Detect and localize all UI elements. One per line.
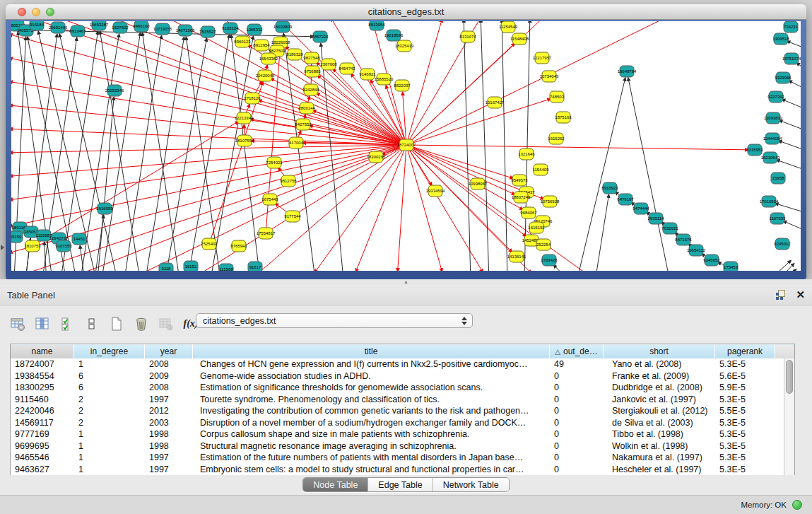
table-cell[interactable]: Investigating the contribution of common… (193, 405, 550, 417)
table-row[interactable]: 911546021997Tourette syndrome. Phenomeno… (11, 394, 794, 406)
table-cell[interactable]: 5.3E-5 (715, 440, 775, 452)
column-header-short[interactable]: short (604, 344, 715, 358)
panel-splitter[interactable]: ▲ (0, 279, 812, 285)
table-cell[interactable]: 1 (74, 452, 145, 464)
table-row[interactable]: 977716911998Corpus callosum shape and si… (11, 428, 794, 440)
column-header-title[interactable]: title (193, 344, 550, 358)
table-row[interactable]: 1830029562008Estimation of significance … (11, 382, 794, 394)
table-selector-dropdown[interactable]: citations_edges.txt (196, 313, 473, 328)
table-cell[interactable]: 9465546 (11, 452, 74, 464)
table-cell[interactable]: 5.3E-5 (715, 452, 775, 464)
table-cell[interactable]: 6 (74, 370, 145, 382)
table-cell[interactable]: Nakamura et al. (1997) (604, 452, 715, 464)
table-cell[interactable]: 5.6E-5 (715, 370, 775, 382)
vertical-scrollbar[interactable] (784, 358, 794, 475)
table-row[interactable]: 969969511998Structural magnetic resonanc… (11, 440, 794, 452)
table-cell[interactable]: 5.3E-5 (715, 464, 775, 476)
close-window-button[interactable] (18, 8, 26, 16)
scrollbar-thumb[interactable] (786, 360, 793, 394)
table-cell[interactable]: Corpus callosum shape and size in male p… (193, 428, 550, 440)
table-settings-icon[interactable] (7, 314, 28, 334)
network-graph[interactable]: 1805124140557249161842069140689134671065… (11, 21, 801, 271)
table-cell[interactable]: Disruption of a novel member of a sodium… (193, 417, 550, 429)
table-cell[interactable]: 5.3E-5 (715, 428, 775, 440)
table-cell[interactable]: 2008 (145, 358, 193, 370)
tab-edge-table[interactable]: Edge Table (367, 478, 432, 491)
float-panel-icon[interactable] (776, 290, 786, 300)
table-cell[interactable]: 1998 (145, 428, 193, 440)
table-cell[interactable]: 2 (74, 405, 145, 417)
tab-network-table[interactable]: Network Table (433, 478, 509, 491)
show-columns-icon[interactable] (32, 314, 53, 334)
table-cell[interactable]: Stergiakouli et al. (2012) (604, 405, 715, 417)
table-row[interactable]: 946554611997Estimation of the future num… (11, 452, 794, 464)
table-row[interactable]: 1938455462009Genome-wide association stu… (11, 370, 794, 382)
table-row[interactable]: 1872400712008Changes of HCN gene express… (11, 358, 794, 370)
table-cell[interactable]: 2012 (145, 405, 193, 417)
table-cell[interactable]: 18724007 (11, 358, 74, 370)
table-cell[interactable]: 6 (74, 382, 145, 394)
table-cell[interactable]: Franke et al. (2009) (604, 370, 715, 382)
network-canvas[interactable]: 1805124140557249161842069140689134671065… (11, 21, 801, 271)
table-cell[interactable]: 5.9E-5 (715, 382, 775, 394)
table-cell[interactable]: 0 (550, 370, 604, 382)
column-header-outde[interactable]: △out_de… (550, 344, 604, 358)
table-cell[interactable]: Changes of HCN gene expression and I(f) … (193, 358, 550, 370)
row-height-icon[interactable] (81, 314, 102, 334)
table-cell[interactable]: Tourette syndrome. Phenomenology and cla… (193, 394, 550, 406)
table-cell[interactable]: de Silva et al. (2003) (604, 417, 715, 429)
table-cell[interactable]: 0 (550, 417, 604, 429)
table-cell[interactable]: Embryonic stem cells: a model to study s… (193, 464, 550, 476)
delete-table-icon[interactable] (131, 314, 152, 334)
table-cell[interactable]: 1 (74, 440, 145, 452)
table-cell[interactable]: 9699695 (11, 440, 74, 452)
table-cell[interactable]: Hescheler et al. (1997) (604, 464, 715, 476)
table-cell[interactable]: 19384554 (11, 370, 74, 382)
table-cell[interactable]: Tibbo et al. (1998) (604, 428, 715, 440)
panel-collapse-arrow[interactable] (1, 245, 4, 250)
import-table-icon[interactable] (155, 314, 177, 334)
close-panel-icon[interactable]: ✕ (796, 290, 805, 300)
table-cell[interactable]: 5.3E-5 (715, 394, 775, 406)
column-header-indegree[interactable]: in_degree (74, 344, 145, 358)
table-cell[interactable]: 1997 (145, 452, 193, 464)
table-cell[interactable]: 2003 (145, 417, 193, 429)
table-cell[interactable]: 49 (550, 358, 604, 370)
table-cell[interactable]: 0 (550, 452, 604, 464)
table-cell[interactable]: 9463627 (11, 464, 74, 476)
table-cell[interactable]: 1997 (145, 394, 193, 406)
table-cell[interactable]: 5.5E-5 (715, 405, 775, 417)
table-cell[interactable]: 0 (550, 405, 604, 417)
table-cell[interactable]: Dudbridge et al. (2008) (604, 382, 715, 394)
memory-ok-indicator[interactable] (792, 500, 802, 510)
column-header-name[interactable]: name (11, 344, 74, 358)
table-cell[interactable]: 5.3E-5 (715, 358, 775, 370)
table-cell[interactable]: 2 (74, 394, 145, 406)
table-cell[interactable]: 2009 (145, 370, 193, 382)
select-rows-icon[interactable] (57, 314, 78, 334)
table-row[interactable]: 1456911722003Disruption of a novel membe… (11, 417, 794, 429)
table-cell[interactable]: 2 (74, 417, 145, 429)
column-header-pagerank[interactable]: pagerank (715, 344, 775, 358)
table-cell[interactable]: 5.3E-5 (715, 417, 775, 429)
zoom-window-button[interactable] (46, 8, 54, 16)
table-cell[interactable]: Estimation of the future numbers of pati… (193, 452, 550, 464)
table-cell[interactable]: 18300295 (11, 382, 74, 394)
table-cell[interactable]: 9115460 (11, 394, 74, 406)
table-cell[interactable]: 9777169 (11, 428, 74, 440)
table-cell[interactable]: Estimation of significance thresholds fo… (193, 382, 550, 394)
minimize-window-button[interactable] (32, 8, 40, 16)
new-table-icon[interactable] (106, 314, 127, 334)
splitter-handle-icon[interactable]: ▲ (404, 280, 408, 284)
table-cell[interactable]: 1 (74, 358, 145, 370)
table-cell[interactable]: 0 (550, 428, 604, 440)
table-cell[interactable]: Jankovic et al. (1997) (604, 394, 715, 406)
table-cell[interactable]: 0 (550, 440, 604, 452)
table-cell[interactable]: 1 (74, 428, 145, 440)
table-cell[interactable]: Structural magnetic resonance image aver… (193, 440, 550, 452)
table-cell[interactable]: 1998 (145, 440, 193, 452)
table-cell[interactable]: 0 (550, 382, 604, 394)
table-cell[interactable]: 14569117 (11, 417, 74, 429)
table-cell[interactable]: Wolkin et al. (1998) (604, 440, 715, 452)
table-cell[interactable]: 22420046 (11, 405, 74, 417)
